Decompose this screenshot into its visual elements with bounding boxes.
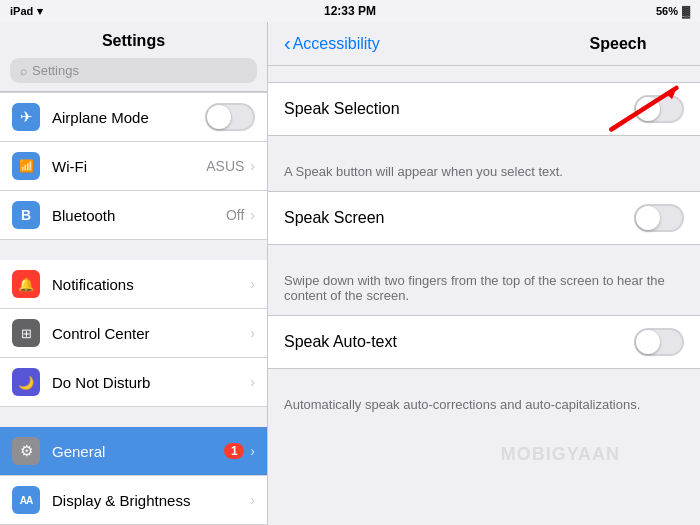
ipad-label: iPad: [10, 5, 33, 17]
status-bar: iPad ▾ 12:33 PM 56% ▓: [0, 0, 700, 22]
detail-title: Speech: [590, 35, 647, 53]
back-chevron-icon: ‹: [284, 32, 291, 55]
notifications-chevron: ›: [250, 276, 255, 292]
sidebar-list: ✈ Airplane Mode 📶 Wi-Fi ASUS › B Bluetoo…: [0, 92, 267, 525]
control-center-label: Control Center: [52, 325, 250, 342]
status-bar-time: 12:33 PM: [324, 4, 376, 18]
speak-screen-toggle[interactable]: [634, 204, 684, 232]
main-container: Settings ⌕ Settings ✈ Airplane Mode 📶 Wi…: [0, 22, 700, 525]
general-badge: 1: [224, 443, 244, 459]
notifications-label: Notifications: [52, 276, 250, 293]
speak-screen-section: Speak Screen: [268, 191, 700, 245]
control-center-icon: ⊞: [12, 319, 40, 347]
search-bar[interactable]: ⌕ Settings: [10, 58, 257, 83]
battery-icon: ▓: [682, 5, 690, 17]
airplane-label: Airplane Mode: [52, 109, 205, 126]
wifi-chevron: ›: [250, 158, 255, 174]
sidebar-item-display[interactable]: AA Display & Brightness ›: [0, 476, 267, 525]
speak-selection-row: Speak Selection: [268, 83, 700, 135]
general-chevron: ›: [250, 443, 255, 459]
detail-content: Speak Selection A Speak button will appe…: [268, 66, 700, 525]
sidebar-item-do-not-disturb[interactable]: 🌙 Do Not Disturb ›: [0, 358, 267, 407]
search-icon: ⌕: [20, 64, 27, 78]
speak-screen-description: Swipe down with two fingers from the top…: [268, 265, 700, 315]
wifi-icon: ▾: [37, 5, 43, 18]
speak-selection-label: Speak Selection: [284, 100, 634, 118]
sidebar-title: Settings: [10, 32, 257, 50]
detail-header: ‹ Accessibility Speech: [268, 22, 700, 66]
watermark: MOBIGYAAN: [501, 444, 620, 465]
wifi-value: ASUS: [206, 158, 244, 174]
bluetooth-label: Bluetooth: [52, 207, 226, 224]
speak-auto-text-section: Speak Auto-text: [268, 315, 700, 369]
speak-selection-section: Speak Selection: [268, 82, 700, 136]
display-chevron: ›: [250, 492, 255, 508]
back-label: Accessibility: [293, 35, 380, 53]
airplane-icon: ✈: [12, 103, 40, 131]
detail-container: ‹ Accessibility Speech Speak Selection A…: [268, 22, 700, 525]
wifi-label: Wi-Fi: [52, 158, 206, 175]
status-bar-right: 56% ▓: [656, 5, 690, 17]
bluetooth-value: Off: [226, 207, 244, 223]
general-icon: ⚙: [12, 437, 40, 465]
airplane-toggle[interactable]: [205, 103, 255, 131]
sidebar-item-wifi[interactable]: 📶 Wi-Fi ASUS ›: [0, 142, 267, 191]
do-not-disturb-chevron: ›: [250, 374, 255, 390]
display-icon: AA: [12, 486, 40, 514]
do-not-disturb-label: Do Not Disturb: [52, 374, 250, 391]
back-button[interactable]: ‹ Accessibility: [284, 32, 380, 55]
wifi-icon: 📶: [12, 152, 40, 180]
speak-auto-text-toggle[interactable]: [634, 328, 684, 356]
speak-screen-label: Speak Screen: [284, 209, 634, 227]
sidebar: Settings ⌕ Settings ✈ Airplane Mode 📶 Wi…: [0, 22, 268, 525]
sidebar-item-control-center[interactable]: ⊞ Control Center ›: [0, 309, 267, 358]
speak-screen-row: Speak Screen: [268, 192, 700, 244]
sidebar-item-bluetooth[interactable]: B Bluetooth Off ›: [0, 191, 267, 240]
sidebar-item-notifications[interactable]: 🔔 Notifications ›: [0, 260, 267, 309]
do-not-disturb-icon: 🌙: [12, 368, 40, 396]
search-placeholder: Settings: [32, 63, 79, 78]
detail-panel: ‹ Accessibility Speech Speak Selection A…: [268, 22, 700, 525]
speak-auto-text-row: Speak Auto-text: [268, 316, 700, 368]
control-center-chevron: ›: [250, 325, 255, 341]
sidebar-item-airplane[interactable]: ✈ Airplane Mode: [0, 92, 267, 142]
general-label: General: [52, 443, 224, 460]
speak-auto-text-description: Automatically speak auto-corrections and…: [268, 389, 700, 424]
sidebar-header: Settings ⌕ Settings: [0, 22, 267, 92]
battery-level: 56%: [656, 5, 678, 17]
bluetooth-chevron: ›: [250, 207, 255, 223]
notifications-icon: 🔔: [12, 270, 40, 298]
bluetooth-icon: B: [12, 201, 40, 229]
speak-selection-description: A Speak button will appear when you sele…: [268, 156, 700, 191]
sidebar-item-general[interactable]: ⚙ General 1 ›: [0, 427, 267, 476]
status-bar-left: iPad ▾: [10, 5, 43, 18]
speak-selection-toggle[interactable]: [634, 95, 684, 123]
display-label: Display & Brightness: [52, 492, 250, 509]
speak-auto-text-label: Speak Auto-text: [284, 333, 634, 351]
